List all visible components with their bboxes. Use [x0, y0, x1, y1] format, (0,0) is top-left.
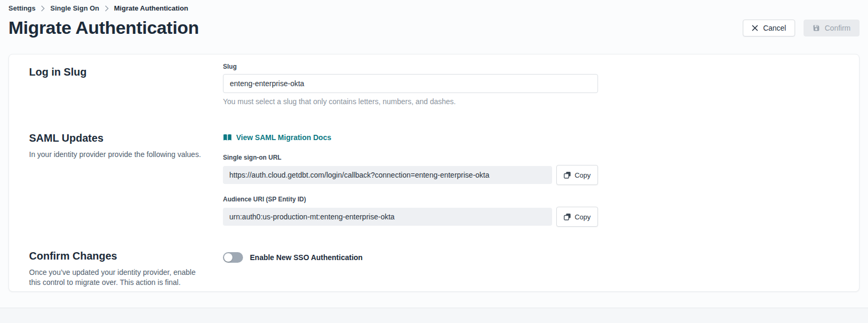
enable-new-sso-toggle[interactable]	[223, 252, 243, 263]
confirm-changes-heading: Confirm Changes	[29, 250, 223, 262]
copy-icon	[564, 171, 571, 179]
slug-label: Slug	[223, 63, 839, 70]
sso-url-label: Single sign-on URL	[223, 154, 839, 161]
log-in-slug-left: Log in Slug	[29, 63, 223, 78]
log-in-slug-heading: Log in Slug	[29, 66, 223, 78]
sso-url-group: Single sign-on URL https://auth.cloud.ge…	[223, 154, 839, 185]
audience-uri-value: urn:auth0:us-production-mt:enteng-enterp…	[223, 208, 552, 226]
page-header: Migrate Authentication Cancel Confirm	[8, 17, 860, 38]
chevron-right-icon	[41, 5, 45, 12]
breadcrumb-migrate-authentication: Migrate Authentication	[114, 4, 188, 12]
page-title: Migrate Authentication	[8, 17, 199, 38]
audience-uri-label: Audience URI (SP Entity ID)	[223, 196, 839, 203]
view-saml-migration-docs-link[interactable]: View SAML Migration Docs	[223, 133, 331, 142]
main-content: Settings Single Sign On Migrate Authenti…	[0, 0, 868, 308]
breadcrumb-settings[interactable]: Settings	[8, 4, 35, 12]
log-in-slug-right: Slug You must select a slug that only co…	[223, 63, 839, 106]
breadcrumb: Settings Single Sign On Migrate Authenti…	[8, 3, 860, 12]
breadcrumb-single-sign-on[interactable]: Single Sign On	[50, 4, 99, 12]
toggle-knob	[224, 253, 232, 262]
saml-updates-right: View SAML Migration Docs Single sign-on …	[223, 132, 839, 227]
x-icon	[752, 25, 758, 31]
confirm-button[interactable]: Confirm	[804, 20, 860, 36]
enable-new-sso-toggle-label: Enable New SSO Authentication	[250, 253, 362, 262]
migrate-authentication-card: Log in Slug Slug You must select a slug …	[8, 54, 860, 292]
slug-helper-text: You must select a slug that only contain…	[223, 97, 839, 106]
saml-updates-heading: SAML Updates	[29, 132, 223, 144]
copy-sso-url-button[interactable]: Copy	[556, 165, 598, 185]
saml-updates-description: In your identity provider provide the fo…	[29, 150, 203, 160]
slug-input[interactable]	[223, 74, 598, 93]
audience-uri-group: Audience URI (SP Entity ID) urn:auth0:us…	[223, 196, 839, 227]
section-log-in-slug: Log in Slug Slug You must select a slug …	[29, 63, 839, 106]
confirm-changes-description: Once you’ve updated your identity provid…	[29, 267, 198, 288]
confirm-changes-left: Confirm Changes Once you’ve updated your…	[29, 250, 223, 288]
copy-icon	[564, 213, 571, 220]
sso-url-value: https://auth.cloud.getdbt.com/login/call…	[223, 166, 552, 184]
confirm-button-label: Confirm	[825, 24, 851, 32]
cancel-button-label: Cancel	[763, 24, 786, 32]
header-actions: Cancel Confirm	[743, 20, 860, 36]
open-book-icon	[223, 134, 232, 141]
save-icon	[813, 24, 820, 32]
chevron-right-icon	[105, 5, 109, 12]
section-saml-updates: SAML Updates In your identity provider p…	[29, 132, 839, 227]
copy-audience-uri-button[interactable]: Copy	[556, 207, 598, 227]
copy-button-label: Copy	[575, 213, 591, 221]
confirm-changes-right: Enable New SSO Authentication	[223, 250, 839, 263]
page-footer-strip	[0, 308, 868, 323]
saml-updates-left: SAML Updates In your identity provider p…	[29, 132, 223, 160]
cancel-button[interactable]: Cancel	[743, 20, 795, 36]
section-confirm-changes: Confirm Changes Once you’ve updated your…	[29, 250, 839, 288]
copy-button-label: Copy	[575, 171, 591, 179]
docs-link-label: View SAML Migration Docs	[236, 133, 331, 142]
